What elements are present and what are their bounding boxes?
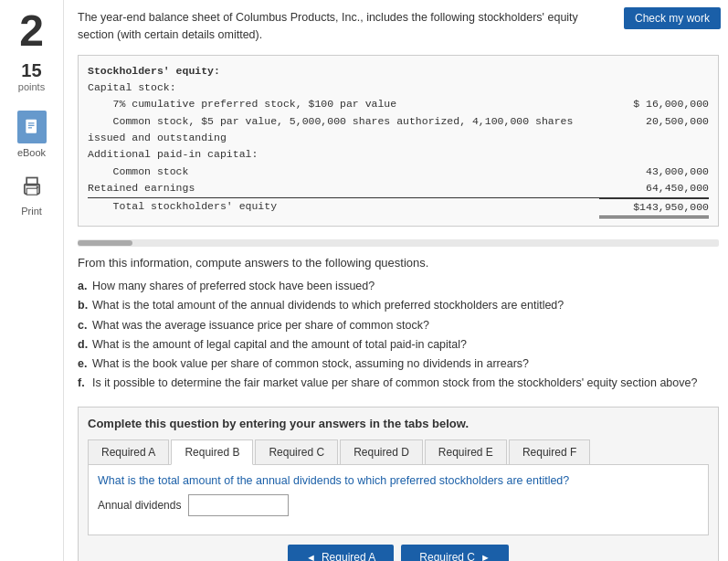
questions-list: a. How many shares of preferred stock ha… <box>78 277 719 394</box>
question-e: e. What is the book value per share of c… <box>78 355 714 374</box>
tab-required-b[interactable]: Required B <box>171 439 253 465</box>
bs-apic-label: Additional paid-in capital: <box>88 146 709 163</box>
question-intro: The year-end balance sheet of Columbus P… <box>78 9 719 44</box>
question-d: d. What is the amount of legal capital a… <box>78 335 714 355</box>
bs-total-row: Total stockholders' equity $143,950,000 <box>88 197 709 218</box>
question-f: f. Is it possible to determine the fair … <box>78 374 714 393</box>
ebook-section[interactable]: eBook <box>17 111 47 158</box>
annual-dividends-label: Annual dividends <box>98 499 181 512</box>
points-value: 15 <box>18 60 45 81</box>
nav-buttons: ◄ Required A Required C ► <box>88 545 709 561</box>
question-a: a. How many shares of preferred stock ha… <box>78 277 714 296</box>
print-section[interactable]: Print <box>17 173 47 217</box>
question-c: c. What was the average issuance price p… <box>78 316 714 335</box>
next-nav-label: Required C <box>419 551 475 561</box>
bs-row-common-stock: Common stock, $5 par value, 5,000,000 sh… <box>88 113 709 147</box>
scroll-indicator[interactable] <box>78 239 719 247</box>
input-row: Annual dividends <box>98 494 699 516</box>
tab-question: What is the total amount of the annual d… <box>98 474 699 487</box>
svg-rect-6 <box>26 188 37 195</box>
question-b: b. What is the total amount of the annua… <box>78 296 714 315</box>
annual-dividends-input[interactable] <box>188 494 289 516</box>
main-content: The year-end balance sheet of Columbus P… <box>69 0 728 561</box>
print-label: Print <box>21 206 42 217</box>
scroll-thumb <box>78 240 132 246</box>
tab-required-d[interactable]: Required D <box>340 439 423 464</box>
prev-arrow-icon: ◄ <box>306 552 316 561</box>
svg-point-7 <box>36 186 37 188</box>
ebook-label: eBook <box>17 147 46 158</box>
points-label: points <box>18 81 45 92</box>
tab-required-f[interactable]: Required F <box>509 439 590 464</box>
balance-sheet: Stockholders' equity: Capital stock: 7% … <box>78 55 719 228</box>
tab-required-e[interactable]: Required E <box>425 439 507 464</box>
tab-required-c[interactable]: Required C <box>255 439 338 464</box>
sidebar: 2 15 points eBook Print <box>0 0 64 561</box>
complete-section: Complete this question by entering your … <box>78 407 719 561</box>
tabs-container: Required A Required B Required C Require… <box>88 439 709 465</box>
prev-nav-label: Required A <box>322 551 375 561</box>
svg-rect-0 <box>26 120 37 133</box>
tab-required-a[interactable]: Required A <box>88 439 169 464</box>
points-section: 15 points <box>18 60 45 92</box>
bs-row-apic-common: Common stock 43,000,000 <box>88 164 709 180</box>
complete-header: Complete this question by entering your … <box>88 417 709 430</box>
bs-row-preferred: 7% cumulative preferred stock, $100 par … <box>88 96 709 112</box>
check-my-work-button[interactable]: Check my work <box>624 7 721 29</box>
bs-header: Stockholders' equity: <box>88 63 709 79</box>
print-icon[interactable] <box>17 173 47 202</box>
ebook-icon[interactable] <box>17 111 47 143</box>
tab-content: What is the total amount of the annual d… <box>88 465 709 535</box>
prev-nav-button[interactable]: ◄ Required A <box>288 545 394 561</box>
bs-row-1: Capital stock: <box>88 79 709 96</box>
sub-intro: From this information, compute answers t… <box>78 256 719 270</box>
next-nav-button[interactable]: Required C ► <box>401 545 509 561</box>
bs-row-retained: Retained earnings 64,450,000 <box>88 180 709 196</box>
next-arrow-icon: ► <box>480 552 491 561</box>
question-number: 2 <box>19 9 44 53</box>
